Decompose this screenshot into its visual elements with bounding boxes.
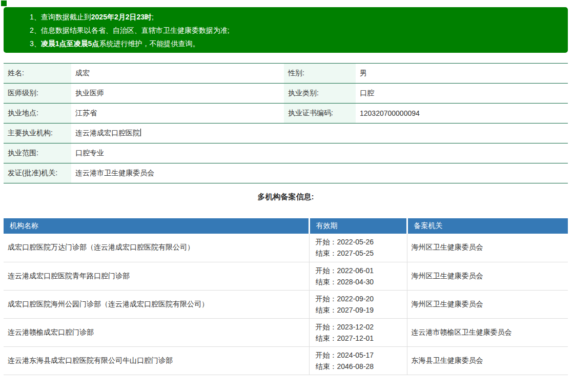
authority-cell: 东海县卫生健康委员会 — [407, 346, 568, 375]
notice-number: 2、 — [30, 26, 41, 34]
org-name-cell: 连云港东海县成宏口腔医院有限公司牛山口腔门诊部 — [4, 346, 309, 375]
table-row: 连云港赣榆成宏口腔门诊部 开始：2023-12-02 结束：2027-12-01… — [4, 318, 568, 346]
field-label-certificate-number: 执业证书编码: — [284, 104, 356, 123]
column-header-authority: 备案机关 — [407, 218, 568, 234]
validity-start: 开始：2022-06-01 — [316, 265, 402, 276]
field-value-issuing-authority: 连云港市卫生健康委员会 — [71, 163, 568, 183]
authority-cell: 连云港市赣榆区卫生健康委员会 — [407, 318, 568, 346]
validity-end: 结束：2027-05-25 — [316, 247, 402, 259]
notice-text: ; — [152, 13, 154, 21]
text-cursor — [140, 129, 141, 136]
validity-cell: 开始：2024-05-17 结束：2046-08-28 — [309, 346, 407, 375]
validity-cell: 开始：2022-09-20 结束：2027-09-19 — [309, 290, 407, 318]
field-value-practice-scope: 口腔专业 — [71, 143, 568, 163]
notice-line-1: 1、查询数据截止到2025年2月2日23时; — [30, 10, 558, 24]
validity-cell: 开始：2022-06-01 结束：2028-04-30 — [309, 262, 407, 290]
validity-end: 结束：2028-04-30 — [316, 276, 402, 287]
table-row: 连云港成宏口腔医院青年路口腔门诊部 开始：2022-06-01 结束：2028-… — [4, 262, 568, 290]
org-name-cell: 成宏口腔医院万达门诊部（连云港成宏口腔医院有限公司） — [4, 234, 309, 262]
field-value-practice-category: 口腔 — [356, 84, 568, 104]
table-row: 连云港东海县成宏口腔医院有限公司牛山口腔门诊部 开始：2024-05-17 结束… — [4, 346, 568, 375]
table-row: 姓名: 成宏 性别: 男 — [4, 64, 568, 84]
notice-line-2: 2、信息数据结果以各省、自治区、直辖市卫生健康委数据为准; — [30, 24, 558, 37]
field-value-gender: 男 — [356, 64, 568, 84]
table-row: 主要执业机构: 连云港成宏口腔医院 — [4, 123, 568, 143]
table-row: 成宏口腔医院海州公园门诊部（连云港成宏口腔医院有限公司） 开始：2022-09-… — [4, 290, 568, 318]
org-name-cell: 连云港赣榆成宏口腔门诊部 — [4, 318, 309, 346]
notice-banner: 1、查询数据截止到2025年2月2日23时; 2、信息数据结果以各省、自治区、直… — [4, 7, 568, 53]
field-label-practice-location: 执业地点: — [4, 104, 71, 123]
org-registration-table: 机构名称 有效期 备案机关 成宏口腔医院万达门诊部（连云港成宏口腔医院有限公司）… — [4, 218, 568, 375]
field-label-practice-category: 执业类别: — [284, 84, 356, 104]
field-value-practice-location: 江苏省 — [71, 104, 284, 123]
authority-cell: 海州区卫生健康委员会 — [407, 234, 568, 262]
table-row: 发证(批准)机关: 连云港市卫生健康委员会 — [4, 163, 568, 183]
notice-number: 3、 — [30, 39, 41, 48]
validity-end: 结束：2027-12-01 — [316, 333, 402, 344]
notice-number: 1、 — [30, 13, 41, 21]
validity-start: 开始：2023-12-02 — [316, 321, 402, 333]
table-row: 成宏口腔医院万达门诊部（连云港成宏口腔医院有限公司） 开始：2022-05-26… — [4, 234, 568, 262]
validity-cell: 开始：2022-05-26 结束：2027-05-25 — [309, 234, 407, 262]
field-label-issuing-authority: 发证(批准)机关: — [4, 163, 71, 183]
column-header-org-name: 机构名称 — [4, 218, 309, 234]
notice-text: 信息数据结果以各省、自治区、直辖市卫生健康委数据为准; — [41, 26, 230, 34]
org-name-cell: 连云港成宏口腔医院青年路口腔门诊部 — [4, 262, 309, 290]
field-label-gender: 性别: — [284, 64, 356, 84]
field-label-doctor-level: 医师级别: — [4, 84, 71, 104]
notice-text-bold: 凌晨1点至凌晨5点 — [41, 39, 99, 48]
notice-line-3: 3、凌晨1点至凌晨5点系统进行维护，不能提供查询。 — [30, 37, 558, 50]
org-name-cell: 成宏口腔医院海州公园门诊部（连云港成宏口腔医院有限公司） — [4, 290, 309, 318]
table-row: 执业范围: 口腔专业 — [4, 143, 568, 163]
authority-cell: 海州区卫生健康委员会 — [407, 262, 568, 290]
field-value-doctor-level: 执业医师 — [71, 84, 284, 104]
practitioner-info-table: 姓名: 成宏 性别: 男 医师级别: 执业医师 执业类别: 口腔 执业地点: 江… — [4, 63, 568, 183]
table-header-row: 机构名称 有效期 备案机关 — [4, 218, 568, 234]
authority-cell: 海州区卫生健康委员会 — [407, 290, 568, 318]
field-label-practice-scope: 执业范围: — [4, 143, 71, 163]
field-label-name: 姓名: — [4, 64, 71, 84]
field-value-main-org[interactable]: 连云港成宏口腔医院 — [71, 123, 568, 143]
validity-end: 结束：2046-08-28 — [316, 361, 402, 372]
table-row: 执业地点: 江苏省 执业证书编码: 120320700000094 — [4, 104, 568, 123]
validity-end: 结束：2027-09-19 — [316, 304, 402, 316]
main-org-text: 连云港成宏口腔医院 — [75, 129, 140, 137]
validity-cell: 开始：2023-12-02 结束：2027-12-01 — [309, 318, 407, 346]
notice-text: 查询数据截止到 — [41, 13, 91, 21]
column-header-validity: 有效期 — [309, 218, 407, 234]
notice-text-bold: 2025年2月2日23时 — [91, 13, 152, 21]
validity-start: 开始：2022-09-20 — [316, 293, 402, 304]
field-label-main-org: 主要执业机构: — [4, 123, 71, 143]
corner-green-square — [1, 1, 7, 6]
table-row: 医师级别: 执业医师 执业类别: 口腔 — [4, 84, 568, 104]
field-value-name: 成宏 — [71, 64, 284, 84]
notice-text: 系统进行维护，不能提供查询。 — [99, 39, 199, 48]
field-value-certificate-number: 120320700000094 — [356, 104, 568, 123]
validity-start: 开始：2024-05-17 — [316, 349, 402, 361]
section-title: 多机构备案信息: — [4, 192, 568, 202]
validity-start: 开始：2022-05-26 — [316, 236, 402, 247]
